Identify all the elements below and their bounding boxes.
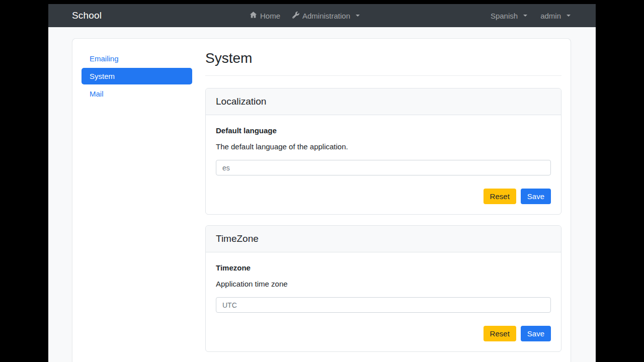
brand-link[interactable]: School — [72, 10, 102, 21]
default-language-description: The default language of the application. — [216, 142, 551, 151]
default-language-input[interactable] — [216, 160, 551, 175]
save-button[interactable]: Save — [521, 326, 551, 341]
timezone-card-body: Timezone Application time zone Reset Sav… — [206, 252, 561, 351]
nav-home-link[interactable]: Home — [250, 11, 280, 20]
save-button[interactable]: Save — [521, 189, 551, 204]
nav-home-label: Home — [260, 12, 280, 20]
language-dropdown[interactable]: Spanish — [491, 12, 527, 20]
chevron-down-icon — [567, 15, 571, 17]
reset-button[interactable]: Reset — [484, 189, 516, 204]
chevron-down-icon — [356, 15, 360, 17]
chevron-down-icon — [523, 15, 527, 17]
nav-administration-label: Administration — [302, 12, 350, 20]
page-title: System — [205, 50, 561, 66]
timezone-card: TimeZone Timezone Application time zone … — [205, 225, 561, 352]
title-divider — [205, 75, 561, 76]
localization-card-header: Localization — [206, 88, 561, 115]
content-container: Emailing System Mail System Localization… — [72, 38, 571, 362]
main-nav: Home Administration — [250, 4, 360, 27]
settings-sidebar: Emailing System Mail — [82, 50, 192, 362]
nav-administration-dropdown[interactable]: Administration — [292, 12, 360, 20]
reset-button[interactable]: Reset — [484, 326, 516, 341]
sidebar-item-mail[interactable]: Mail — [82, 85, 192, 102]
timezone-actions: Reset Save — [216, 326, 551, 341]
timezone-label: Timezone — [216, 263, 551, 272]
localization-card-body: Default language The default language of… — [206, 115, 561, 214]
user-dropdown[interactable]: admin — [540, 12, 571, 20]
timezone-input[interactable] — [216, 297, 551, 313]
sidebar-item-system[interactable]: System — [82, 68, 192, 84]
timezone-card-header: TimeZone — [206, 226, 561, 252]
user-dropdown-label: admin — [540, 12, 561, 20]
settings-main: System Localization Default language The… — [205, 50, 561, 362]
sidebar-item-emailing[interactable]: Emailing — [82, 50, 192, 67]
navbar-right: Spanish admin — [491, 4, 571, 27]
timezone-description: Application time zone — [216, 280, 551, 288]
localization-card: Localization Default language The defaul… — [205, 88, 561, 215]
localization-actions: Reset Save — [216, 189, 551, 204]
default-language-label: Default language — [216, 126, 551, 135]
language-dropdown-label: Spanish — [491, 12, 518, 20]
wrench-icon — [292, 12, 299, 20]
home-icon — [250, 11, 257, 20]
top-navbar: School Home Administration Spanish — [48, 4, 596, 27]
browser-viewport: School Home Administration Spanish — [48, 4, 596, 362]
